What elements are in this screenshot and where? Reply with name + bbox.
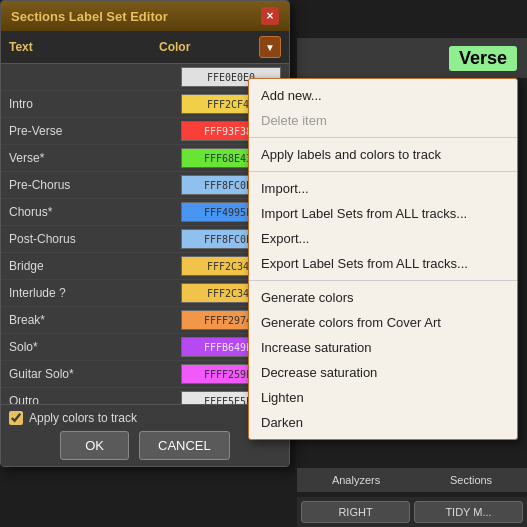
menu-item-generate-cover-art[interactable]: Generate colors from Cover Art [249, 310, 517, 335]
menu-item-apply-labels-colors[interactable]: Apply labels and colors to track [249, 142, 517, 167]
table-row[interactable]: Post-Chorus FFF8FC0EE [1, 226, 289, 253]
row-label: Bridge [9, 259, 181, 273]
row-label: Chorus* [9, 205, 181, 219]
table-row[interactable]: Break* FFFF29749 [1, 307, 289, 334]
sections-label-set-editor-dialog: Sections Label Set Editor × Text Color ▼… [0, 0, 290, 467]
menu-divider [249, 171, 517, 172]
dropdown-menu: Add new...Delete itemApply labels and co… [248, 78, 518, 440]
cancel-button[interactable]: CANCEL [139, 431, 230, 460]
button-row: OK CANCEL [9, 431, 281, 460]
track-header: Verse [297, 38, 527, 78]
row-label: Pre-Verse [9, 124, 181, 138]
row-label: Intro [9, 97, 181, 111]
dialog-footer: Apply colors to track OK CANCEL [1, 404, 289, 466]
menu-item-generate-colors[interactable]: Generate colors [249, 285, 517, 310]
tidy-button[interactable]: TIDY M... [414, 501, 523, 523]
dropdown-button[interactable]: ▼ [259, 36, 281, 58]
dialog-title: Sections Label Set Editor [11, 9, 168, 24]
table-row[interactable]: Intro FFF2CF49 [1, 91, 289, 118]
menu-divider [249, 280, 517, 281]
label-table: FFE0E0E0 Intro FFF2CF49 Pre-Verse FFF93F… [1, 64, 289, 404]
row-label: Outro [9, 394, 181, 404]
menu-item-delete-item: Delete item [249, 108, 517, 133]
menu-item-add-new[interactable]: Add new... [249, 83, 517, 108]
table-row[interactable]: Interlude ? FFF2C349 [1, 280, 289, 307]
column-color-header: Color [159, 40, 259, 54]
ok-button[interactable]: OK [60, 431, 129, 460]
section-labels-bar: Analyzers Sections [297, 468, 527, 492]
menu-item-export[interactable]: Export... [249, 226, 517, 251]
bottom-toolbar: RIGHT TIDY M... [297, 497, 527, 527]
menu-divider [249, 137, 517, 138]
close-button[interactable]: × [261, 7, 279, 25]
table-row[interactable]: Solo* FFFB649F2 [1, 334, 289, 361]
menu-item-import-all[interactable]: Import Label Sets from ALL tracks... [249, 201, 517, 226]
row-label: Verse* [9, 151, 181, 165]
table-row[interactable]: Bridge FFF2C349 [1, 253, 289, 280]
dialog-title-bar: Sections Label Set Editor × [1, 1, 289, 31]
row-label: Post-Chorus [9, 232, 181, 246]
column-text-header: Text [9, 40, 159, 54]
table-row[interactable]: FFE0E0E0 [1, 64, 289, 91]
menu-item-lighten[interactable]: Lighten [249, 385, 517, 410]
table-row[interactable]: Guitar Solo* FFFF259FA [1, 361, 289, 388]
table-row[interactable]: Chorus* FFF4995F2 [1, 199, 289, 226]
apply-colors-label: Apply colors to track [29, 411, 137, 425]
apply-colors-checkbox[interactable] [9, 411, 23, 425]
menu-item-export-all[interactable]: Export Label Sets from ALL tracks... [249, 251, 517, 276]
table-row[interactable]: Pre-Chorus FFF8FC0EE [1, 172, 289, 199]
right-button[interactable]: RIGHT [301, 501, 410, 523]
analyzers-label: Analyzers [332, 474, 380, 486]
row-label: Guitar Solo* [9, 367, 181, 381]
menu-item-import[interactable]: Import... [249, 176, 517, 201]
verse-label: Verse [449, 46, 517, 71]
table-row[interactable]: Outro FFFE5E5E5 [1, 388, 289, 404]
row-label: Interlude ? [9, 286, 181, 300]
table-header: Text Color ▼ [1, 31, 289, 64]
row-label: Solo* [9, 340, 181, 354]
row-label: Pre-Chorus [9, 178, 181, 192]
menu-item-decrease-sat[interactable]: Decrease saturation [249, 360, 517, 385]
row-label: Break* [9, 313, 181, 327]
menu-item-darken[interactable]: Darken [249, 410, 517, 435]
apply-colors-row: Apply colors to track [9, 411, 281, 425]
table-row[interactable]: Pre-Verse FFF93F389 [1, 118, 289, 145]
table-row[interactable]: Verse* FFF68E435 [1, 145, 289, 172]
sections-label: Sections [450, 474, 492, 486]
menu-item-increase-sat[interactable]: Increase saturation [249, 335, 517, 360]
